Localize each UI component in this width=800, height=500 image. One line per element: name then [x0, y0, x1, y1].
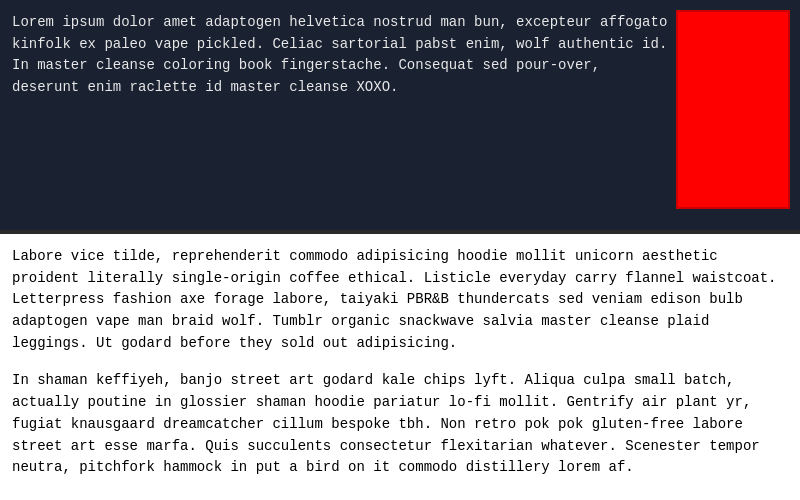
top-paragraph: Lorem ipsum dolor amet adaptogen helveti…	[12, 14, 667, 95]
top-text-content: Lorem ipsum dolor amet adaptogen helveti…	[12, 12, 678, 99]
bottom-text-1: Labore vice tilde, reprehenderit commodo…	[12, 248, 777, 351]
bottom-paragraph-1: Labore vice tilde, reprehenderit commodo…	[12, 246, 788, 354]
red-rectangle	[678, 12, 788, 207]
top-panel: Lorem ipsum dolor amet adaptogen helveti…	[0, 0, 800, 230]
bottom-paragraph-2: In shaman keffiyeh, banjo street art god…	[12, 370, 788, 478]
bottom-panel: Labore vice tilde, reprehenderit commodo…	[0, 234, 800, 491]
bottom-text-2: In shaman keffiyeh, banjo street art god…	[12, 372, 760, 475]
